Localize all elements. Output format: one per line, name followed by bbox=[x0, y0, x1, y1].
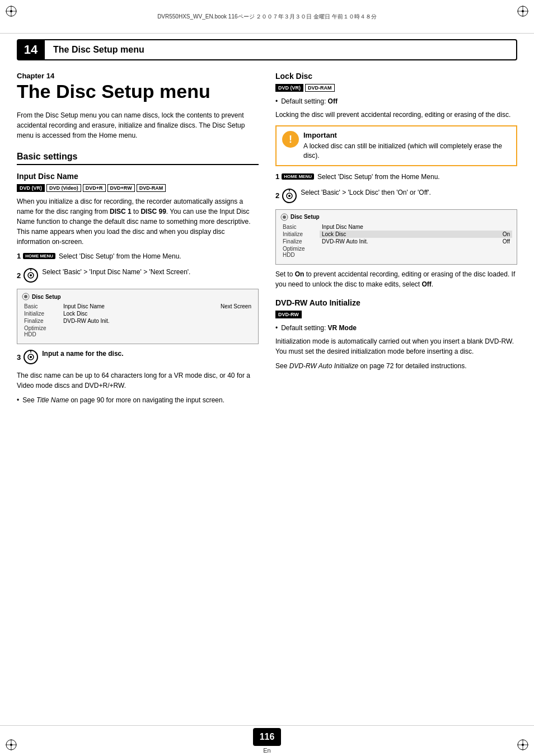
input-disc-name-heading: Input Disc Name bbox=[17, 172, 259, 181]
chapter-title-bar-text: The Disc Setup menu bbox=[53, 45, 144, 55]
chapter-title: The Disc Setup menu bbox=[17, 81, 259, 102]
badge-lock-dvdram: DVD-RAM bbox=[305, 84, 335, 92]
step-1-right-text: Select 'Disc Setup' from the Home Menu. bbox=[317, 172, 517, 182]
lock-disc-heading: Lock Disc bbox=[275, 72, 517, 81]
home-menu-badge-1: HOME MENU bbox=[23, 253, 55, 259]
basic-settings-heading: Basic settings bbox=[17, 152, 259, 165]
step-3-num: 3 bbox=[17, 353, 21, 361]
menu2-right-3 bbox=[475, 245, 512, 259]
dial-icon-1 bbox=[23, 267, 39, 283]
menu1-mid-3 bbox=[61, 325, 175, 338]
menu2-mid-3 bbox=[320, 245, 475, 259]
dial-icon-3 bbox=[282, 188, 297, 204]
step-1-right-icon: 1 HOME MENU bbox=[275, 172, 314, 181]
page-wrapper: DVR550HXS_WV_EN.book 116ページ ２００７年３月３０日 金… bbox=[0, 0, 534, 756]
lock-disc-default-text: Default setting: Off bbox=[281, 96, 338, 106]
top-bar: DVR550HXS_WV_EN.book 116ページ ２００７年３月３０日 金… bbox=[0, 0, 534, 34]
step-2-right-text: Select 'Basic' > 'Lock Disc' then 'On' o… bbox=[301, 187, 517, 198]
step-1-icon: 1 HOME MENU bbox=[17, 252, 55, 260]
page-lang: En bbox=[263, 747, 270, 754]
important-title: Important bbox=[303, 131, 510, 139]
step-3-icon: 3 bbox=[17, 349, 39, 365]
chapter-header: 14 The Disc Setup menu bbox=[17, 39, 517, 60]
reg-mark-tl bbox=[4, 4, 18, 18]
dvdrw-default-text: Default setting: VR Mode bbox=[281, 323, 357, 333]
step-2-icon: 2 bbox=[17, 267, 39, 283]
menu1-mid-1: Lock Disc bbox=[61, 310, 175, 317]
menu1-right-2 bbox=[175, 317, 254, 325]
step-1-num: 1 bbox=[17, 252, 21, 260]
step-2-left: 2 Select 'Basic' > 'Input Disc Name' > '… bbox=[17, 267, 259, 283]
lock-disc-default: • Default setting: Off bbox=[275, 96, 517, 106]
menu1-left-1: Initialize bbox=[22, 310, 61, 317]
dvdrw-badges: DVD-RW bbox=[275, 311, 517, 318]
badge-dvd-rw: DVD+RW bbox=[107, 184, 135, 192]
menu2-left-0: Basic bbox=[280, 223, 320, 231]
intro-text: From the Disc Setup menu you can name di… bbox=[17, 110, 259, 140]
dvdrw-body2: See DVD-RW Auto Initialize on page 72 fo… bbox=[275, 361, 517, 371]
reg-mark-tr bbox=[516, 4, 530, 18]
menu1-row-0: Basic Input Disc Name Next Screen bbox=[22, 303, 254, 310]
badge-dvd-vr: DVD (VR) bbox=[17, 184, 45, 192]
lock-disc-body1: Locking the disc will prevent accidental… bbox=[275, 110, 517, 120]
menu1-right-3 bbox=[175, 325, 254, 338]
page-number-container: 116 En bbox=[253, 728, 281, 754]
important-text: A locked disc can still be initialized (… bbox=[303, 142, 510, 161]
lock-disc-badges: DVD (VR) DVD-RAM bbox=[275, 84, 517, 92]
bullet-dot-dvdrw: • bbox=[275, 323, 278, 333]
lock-disc-body2: Set to On to prevent accidental recordin… bbox=[275, 269, 517, 289]
svg-point-10 bbox=[30, 274, 32, 276]
important-box: ! Important A locked disc can still be i… bbox=[275, 125, 517, 166]
badge-dvdrw: DVD-RW bbox=[275, 311, 302, 318]
menu1-row-1: Initialize Lock Disc bbox=[22, 310, 254, 317]
step-3-body: The disc name can be up to 64 characters… bbox=[17, 370, 259, 391]
svg-point-13 bbox=[24, 295, 27, 298]
menu2-left-5 bbox=[280, 260, 320, 261]
menu2-row-3: Optimize HDD bbox=[280, 245, 512, 259]
input-disc-name-body: When you initialize a disc for recording… bbox=[17, 196, 259, 247]
top-bar-text: DVR550HXS_WV_EN.book 116ページ ２００７年３月３０日 金… bbox=[157, 13, 377, 21]
bullet-1: • See Title Name on page 90 for more on … bbox=[17, 395, 259, 405]
menu1-mid-5 bbox=[61, 339, 175, 340]
badge-dvd-video: DVD (Video) bbox=[46, 184, 81, 192]
menu2-left-3: Optimize HDD bbox=[280, 245, 320, 259]
menu2-row-5 bbox=[280, 260, 512, 261]
step-1-right-num: 1 bbox=[275, 172, 279, 181]
right-column: Lock Disc DVD (VR) DVD-RAM • Default set… bbox=[275, 60, 517, 407]
svg-point-16 bbox=[30, 356, 32, 358]
bullet-1-text: See Title Name on page 90 for more on na… bbox=[22, 395, 224, 405]
content-area: Chapter 14 The Disc Setup menu From the … bbox=[17, 60, 517, 407]
menu2-left-2: Finalize bbox=[280, 238, 320, 245]
page-number: 116 bbox=[253, 728, 281, 746]
step-1-text: Select 'Disc Setup' from the Home Menu. bbox=[59, 251, 259, 261]
step-2-right-num: 2 bbox=[275, 191, 279, 200]
menu2-right-1: On bbox=[475, 231, 512, 238]
menu1-right-1 bbox=[175, 310, 254, 317]
important-icon: ! bbox=[282, 131, 299, 148]
input-disc-name-badges: DVD (VR) DVD (Video) DVD+R DVD+RW DVD-RA… bbox=[17, 184, 259, 192]
menu2-row-2: Finalize DVD-RW Auto Init. Off bbox=[280, 238, 512, 245]
left-column: Chapter 14 The Disc Setup menu From the … bbox=[17, 60, 259, 407]
menu2-row-0: Basic Input Disc Name bbox=[280, 223, 512, 231]
bottom-bar: 116 En bbox=[0, 725, 534, 756]
menu1-left-2: Finalize bbox=[22, 317, 61, 325]
menu1-row-5 bbox=[22, 339, 254, 340]
svg-point-20 bbox=[288, 195, 291, 197]
menu2-left-1: Initialize bbox=[280, 231, 320, 238]
dial-icon-2 bbox=[23, 349, 39, 365]
step-2-right-icon: 2 bbox=[275, 188, 297, 204]
dvdrw-default: • Default setting: VR Mode bbox=[275, 323, 517, 333]
step-3-left: 3 Input a name for the disc. bbox=[17, 349, 259, 365]
menu2-mid-5 bbox=[320, 260, 475, 261]
menu2-right-0 bbox=[475, 223, 512, 231]
dvdrw-heading: DVD-RW Auto Initialize bbox=[275, 298, 517, 307]
menu1-right-0: Next Screen bbox=[175, 303, 254, 310]
menu2-right-5 bbox=[475, 260, 512, 261]
badge-lock-dvdvr: DVD (VR) bbox=[275, 84, 303, 92]
badge-dvd-ram: DVD-RAM bbox=[137, 184, 166, 192]
bullet-dot-1: • bbox=[17, 395, 19, 405]
badge-dvd-r: DVD+R bbox=[83, 184, 106, 192]
svg-point-23 bbox=[283, 215, 286, 219]
important-content: Important A locked disc can still be ini… bbox=[303, 131, 510, 161]
chapter-number: 14 bbox=[17, 39, 45, 60]
